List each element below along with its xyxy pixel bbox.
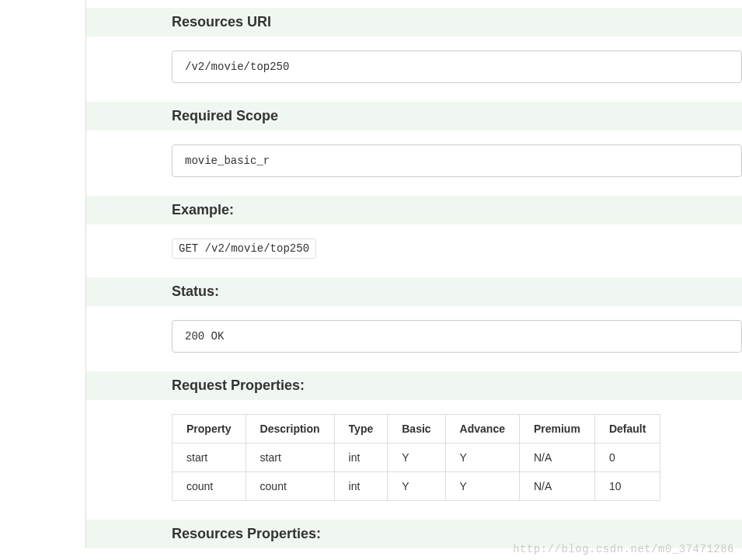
table-cell: Y [445,443,519,472]
table-header-cell: Advance [445,415,519,443]
table-cell: Y [388,443,445,472]
table-cell: start [172,443,246,472]
table-header-cell: Property [172,415,246,443]
table-cell: Y [445,472,519,501]
table-cell: N/A [519,443,594,472]
table-header-cell: Type [334,415,388,443]
watermark-text: http://blog.csdn.net/m0_37471286 [513,543,734,555]
table-cell: int [334,472,388,501]
table-cell: int [334,443,388,472]
required-scope-heading: Required Scope [86,102,742,130]
document-container: Resources URI /v2/movie/top250 Required … [85,0,742,548]
table-cell: count [246,472,334,501]
required-scope-code: movie_basic_r [172,144,742,177]
table-cell: 10 [594,472,660,501]
request-properties-table: Property Description Type Basic Advance … [172,414,660,501]
request-properties-heading: Request Properties: [86,371,742,400]
example-code: GET /v2/movie/top250 [172,238,316,259]
resources-uri-heading: Resources URI [86,8,742,37]
table-row: count count int Y Y N/A 10 [172,472,660,501]
example-heading: Example: [86,196,742,224]
table-header-cell: Default [594,415,660,443]
table-cell: N/A [519,472,594,501]
table-header-row: Property Description Type Basic Advance … [172,415,660,443]
table-cell: 0 [594,443,660,472]
table-row: start start int Y Y N/A 0 [172,443,660,472]
table-cell: count [172,472,246,501]
status-code: 200 OK [172,320,742,353]
table-header-cell: Basic [388,415,445,443]
table-header-cell: Description [246,415,334,443]
status-heading: Status: [86,277,742,306]
table-header-cell: Premium [519,415,594,443]
table-cell: start [246,443,334,472]
table-cell: Y [388,472,445,501]
resources-uri-code: /v2/movie/top250 [172,50,742,83]
